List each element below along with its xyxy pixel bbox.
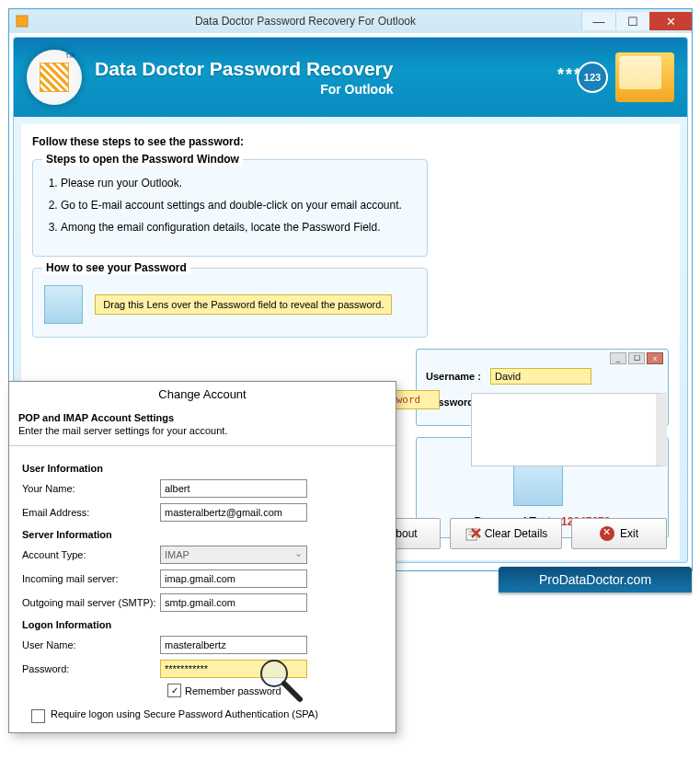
- step-item: Among the email configuration details, l…: [61, 221, 416, 234]
- outgoing-server-field[interactable]: [160, 593, 307, 612]
- email-field[interactable]: [160, 503, 307, 522]
- clear-icon: [465, 526, 479, 541]
- step-item: Go to E-mail account settings and double…: [61, 199, 416, 212]
- outgoing-label: Outgoing mail server (SMTP):: [22, 597, 160, 608]
- envelope-clock-icon: [615, 52, 674, 102]
- spa-checkbox[interactable]: [31, 709, 45, 723]
- svg-rect-0: [17, 16, 28, 27]
- account-type-label: Account Type:: [22, 549, 160, 560]
- user-info-section: User Information: [22, 463, 383, 474]
- app-icon: [15, 14, 29, 29]
- result-output-box[interactable]: [471, 393, 667, 466]
- mini-minimize-icon: _: [610, 352, 626, 364]
- steps-open-legend: Steps to open the Password Window: [42, 153, 243, 166]
- spa-label: Require logon using Secure Password Auth…: [51, 708, 318, 719]
- server-info-section: Server Information: [22, 529, 383, 540]
- mini-maximize-icon: ☐: [628, 352, 645, 364]
- password-badge-icon: ***123: [557, 62, 608, 93]
- lens-hint: Drag this Lens over the Password field t…: [95, 294, 392, 315]
- minimize-button[interactable]: —: [581, 12, 615, 30]
- window-title: Data Doctor Password Recovery For Outloo…: [29, 15, 581, 28]
- maximize-button[interactable]: ☐: [615, 12, 649, 30]
- clear-details-button[interactable]: Clear Details: [450, 518, 562, 549]
- mini-close-icon: x: [647, 352, 663, 364]
- titlebar: Data Doctor Password Recovery For Outloo…: [9, 9, 692, 33]
- footer-ribbon: ProDataDoctor.com: [499, 567, 692, 592]
- account-type-select[interactable]: IMAP: [160, 546, 307, 564]
- incoming-label: Incoming mail server:: [22, 573, 160, 584]
- your-name-label: Your Name:: [22, 483, 160, 494]
- close-button[interactable]: ✕: [649, 12, 692, 30]
- dialog-title: Change Account: [9, 382, 396, 407]
- your-name-field[interactable]: [160, 479, 307, 498]
- logon-info-section: Logon Information: [22, 619, 383, 630]
- exit-icon: [600, 526, 614, 541]
- lens-tool-icon[interactable]: [44, 285, 83, 324]
- preview-username-label: Username :: [426, 371, 490, 382]
- preview-username-value: David: [490, 368, 591, 385]
- header-subtitle: For Outlook: [95, 82, 393, 97]
- header-title: Data Doctor Password Recovery: [95, 58, 393, 80]
- change-account-dialog: Change Account POP and IMAP Account Sett…: [8, 381, 396, 733]
- logon-username-label: User Name:: [22, 639, 160, 650]
- logon-password-label: Password:: [22, 663, 160, 674]
- exit-button[interactable]: Exit: [571, 518, 667, 549]
- remember-password-checkbox[interactable]: ✓: [167, 684, 181, 697]
- steps-open-fieldset: Steps to open the Password Window Please…: [32, 159, 428, 257]
- svg-line-9: [284, 684, 300, 699]
- step-item: Please run your Outlook.: [61, 177, 416, 190]
- logon-username-field[interactable]: [160, 636, 307, 654]
- logo-icon: TM: [27, 50, 82, 105]
- header-banner: TM Data Doctor Password Recovery For Out…: [14, 38, 687, 117]
- how-to-see-legend: How to see your Password: [42, 261, 190, 274]
- email-label: Email Address:: [22, 507, 160, 518]
- dialog-subtitle: POP and IMAP Account Settings: [18, 412, 174, 423]
- incoming-server-field[interactable]: [160, 569, 307, 588]
- dialog-description: Enter the mail server settings for your …: [18, 425, 386, 436]
- how-to-see-fieldset: How to see your Password Drag this Lens …: [32, 268, 428, 338]
- magnifier-overlay-icon[interactable]: [258, 657, 304, 705]
- steps-heading: Follow these steps to see the password:: [32, 135, 428, 148]
